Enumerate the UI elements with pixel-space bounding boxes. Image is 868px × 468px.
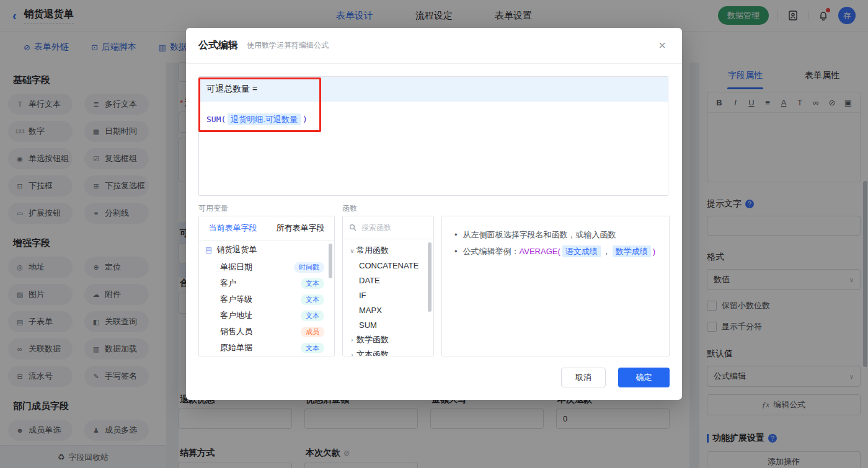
- variable-row[interactable]: 客户等级文本: [199, 291, 334, 307]
- modal-subtitle: 使用数学运算符编辑公式: [247, 40, 329, 51]
- help-body: 从左侧面板选择字段名和函数，或输入函数 公式编辑举例：AVERAGE(语文成绩，…: [442, 216, 669, 270]
- caret-down-icon: ∨: [348, 247, 356, 254]
- document-icon: ▤: [205, 245, 212, 254]
- type-badge: 成员: [301, 327, 324, 337]
- variable-row[interactable]: 原始单据文本: [199, 340, 334, 356]
- modal-title: 公式编辑: [198, 39, 238, 52]
- variable-name: 原始单据: [220, 342, 252, 353]
- example-close-paren: ): [653, 247, 655, 256]
- formula-help-panel: 从左侧面板选择字段名和函数，或输入函数 公式编辑举例：AVERAGE(语文成绩，…: [441, 216, 670, 356]
- cancel-button[interactable]: 取消: [561, 368, 606, 387]
- function-item-if[interactable]: IF: [343, 288, 433, 302]
- variable-name: 客户: [220, 278, 236, 289]
- example-comma: ，: [603, 247, 611, 256]
- function-item-concatenate[interactable]: CONCATENATE: [343, 258, 433, 273]
- type-badge: 文本: [301, 294, 324, 305]
- confirm-button[interactable]: 确定: [618, 368, 670, 387]
- example-token: 数学成绩: [613, 245, 651, 257]
- function-item-sum[interactable]: SUM: [343, 317, 433, 332]
- group-label: 文本函数: [356, 349, 389, 356]
- formula-target-row: 可退总数量 =: [199, 77, 668, 102]
- modal-header: 公式编辑 使用数学运算符编辑公式: [186, 28, 682, 64]
- variable-row[interactable]: 客户文本: [199, 275, 334, 291]
- tab-current-form-fields[interactable]: 当前表单字段: [199, 216, 267, 240]
- help-tip-2: 公式编辑举例：AVERAGE(语文成绩，数学成绩): [451, 243, 660, 260]
- tab-all-form-fields[interactable]: 所有表单字段: [267, 216, 334, 240]
- formula-editor[interactable]: 可退总数量 = SUM(退货明细.可退数量): [198, 76, 668, 196]
- tip-text: 从左侧面板选择字段名和函数，或输入函数: [463, 226, 616, 243]
- function-item-mapx[interactable]: MAPX: [343, 302, 433, 317]
- caret-right-icon: ›: [348, 351, 356, 357]
- caret-right-icon: ›: [348, 337, 356, 343]
- formula-field-token[interactable]: 退货明细.可退数量: [228, 113, 301, 125]
- function-group-text[interactable]: ›文本函数: [343, 347, 433, 356]
- example-prefix: 公式编辑举例：: [463, 247, 520, 256]
- type-badge: 文本: [301, 278, 324, 289]
- function-group-common[interactable]: ∨常用函数: [343, 243, 433, 258]
- variable-name: 客户等级: [220, 294, 252, 305]
- type-badge: 文本: [301, 311, 324, 321]
- function-search-input[interactable]: [360, 223, 420, 232]
- variable-name: 销售人员: [220, 326, 252, 337]
- variables-tabs: 当前表单字段 所有表单字段: [199, 216, 334, 241]
- formula-edit-modal: 公式编辑 使用数学运算符编辑公式 × 可退总数量 = SUM(退货明细.可退数量…: [186, 28, 682, 400]
- variable-name: 客户地址: [220, 310, 252, 321]
- group-label: 常用函数: [356, 245, 389, 256]
- formula-expression: SUM(退货明细.可退数量): [206, 114, 668, 125]
- formula-function: SUM(: [206, 115, 226, 124]
- variables-panel: 当前表单字段 所有表单字段 ▤ 销货退货单 单据日期时间戳 客户文本 客户等级文…: [198, 216, 335, 356]
- modal-footer: 取消 确定: [186, 368, 682, 387]
- root-label: 销货退货单: [216, 244, 257, 255]
- variable-name: 单据日期: [220, 262, 252, 273]
- close-icon[interactable]: ×: [658, 39, 666, 51]
- group-label: 数学函数: [356, 334, 389, 345]
- example-token: 语文成绩: [562, 245, 601, 257]
- function-list: ∨常用函数 CONCATENATE DATE IF MAPX SUM ›数学函数…: [343, 239, 433, 356]
- panel-scrollbar[interactable]: [329, 244, 332, 278]
- help-tip-1: 从左侧面板选择字段名和函数，或输入函数: [451, 226, 660, 243]
- tip-text: 公式编辑举例：AVERAGE(语文成绩，数学成绩): [463, 243, 656, 260]
- variables-section-label: 可用变量: [198, 203, 228, 214]
- type-badge: 时间戳: [294, 262, 324, 273]
- panel-scrollbar[interactable]: [428, 242, 432, 312]
- variables-tree-root[interactable]: ▤ 销货退货单: [199, 241, 334, 259]
- formula-target: 可退总数量 =: [206, 84, 257, 95]
- function-item-date[interactable]: DATE: [343, 273, 433, 288]
- functions-section-label: 函数: [342, 203, 357, 214]
- app-window: ‹ 销货退货单 表单设计 流程设定 表单设置 数据管理 存: [0, 0, 868, 468]
- variable-row[interactable]: 单据日期时间戳: [199, 259, 334, 275]
- functions-panel: ∨常用函数 CONCATENATE DATE IF MAPX SUM ›数学函数…: [342, 216, 434, 356]
- type-badge: 文本: [301, 343, 324, 353]
- function-search[interactable]: [343, 216, 433, 239]
- search-icon: [349, 224, 356, 231]
- formula-close-paren: ): [303, 115, 308, 124]
- example-function: AVERAGE(: [520, 247, 560, 256]
- variable-row[interactable]: 客户地址文本: [199, 307, 334, 324]
- variable-row[interactable]: 销售人员成员: [199, 324, 334, 340]
- function-group-math[interactable]: ›数学函数: [343, 332, 433, 347]
